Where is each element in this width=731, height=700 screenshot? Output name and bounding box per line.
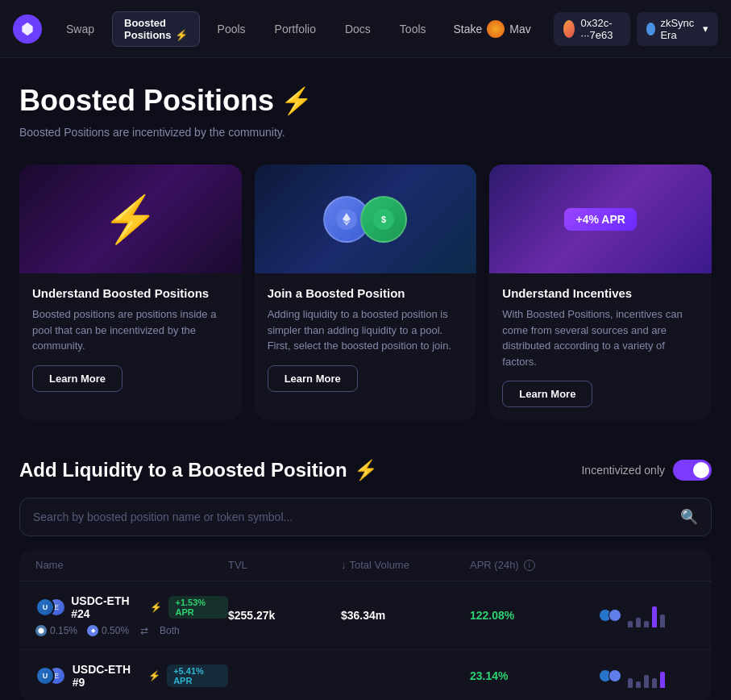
card-visual-bolt: ⚡ (19, 165, 242, 273)
table-header: Name TVL ↓ Total Volume APR (24h) i (19, 549, 712, 581)
wallet-button[interactable]: 0x32c-···7e63 (554, 12, 630, 46)
card-description: Boosted positions are positions inside a… (32, 306, 229, 354)
network-chevron-icon: ▾ (703, 23, 708, 35)
add-liquidity-header: Add Liquidity to a Boosted Position ⚡ In… (19, 459, 712, 481)
incentive-apr-tag: +5.41% APR (167, 665, 228, 687)
stake-mav-button[interactable]: Stake Mav (444, 15, 541, 43)
incentivized-toggle-switch[interactable] (673, 460, 712, 481)
token-pair-icons: U E (35, 598, 64, 617)
sort-icon: ↓ (341, 559, 347, 571)
card-visual-apr: +4% APR (489, 165, 712, 273)
card-incentives: +4% APR Understand Incentives With Boost… (489, 165, 712, 420)
tvl-value: $255.27k (228, 609, 341, 622)
wallet-avatar (563, 20, 575, 38)
usd-icon: $ (360, 196, 407, 243)
col-volume[interactable]: ↓ Total Volume (341, 559, 470, 571)
info-cards-row: ⚡ Understand Boosted Positions Boosted p… (19, 165, 712, 420)
title-bolt-icon: ⚡ (280, 85, 313, 116)
wallet-address: 0x32c-···7e63 (581, 17, 621, 41)
mav-token-icon (487, 20, 505, 38)
fee-tier-1: 0.15% (50, 625, 77, 636)
search-input[interactable] (33, 510, 672, 523)
nav-item-pools[interactable]: Pools (206, 18, 257, 40)
apr-badge: +4% APR (564, 208, 636, 231)
learn-more-button-understand[interactable]: Learn More (32, 365, 123, 392)
table-row[interactable]: U E USDC-ETH #24 ⚡ +1.53% APR ⬤ 0.15% ◆ … (19, 581, 712, 650)
incentive-apr-tag: +1.53% APR (168, 596, 228, 619)
apr-chart (599, 603, 696, 627)
nav-item-swap[interactable]: Swap (55, 18, 106, 40)
nav-item-portfolio[interactable]: Portfolio (264, 18, 327, 40)
pair-bolt-icon: ⚡ (150, 602, 162, 613)
card-understand: ⚡ Understand Boosted Positions Boosted p… (19, 165, 242, 420)
nav-item-tools[interactable]: Tools (388, 18, 438, 40)
card-title: Understand Boosted Positions (32, 286, 229, 300)
card-title: Understand Incentives (502, 286, 699, 300)
network-selector[interactable]: zkSync Era ▾ (637, 12, 718, 46)
positions-table: Name TVL ↓ Total Volume APR (24h) i U E (19, 549, 712, 700)
volume-value: $36.34m (341, 609, 470, 622)
mini-bar-chart (628, 664, 676, 688)
col-apr: APR (24h) i (470, 559, 599, 571)
pair-bolt-icon: ⚡ (148, 670, 160, 681)
mini-eth-icon (608, 609, 621, 622)
table-row[interactable]: U E USDC-ETH #9 ⚡ +5.41% APR 23.14% (19, 650, 712, 700)
navbar: Swap Boosted Positions ⚡ Pools Portfolio… (0, 0, 731, 58)
pair-name: USDC-ETH #9 (73, 663, 142, 689)
page-title: Boosted Positions ⚡ (19, 84, 712, 118)
card-visual-coins: $ (255, 165, 477, 273)
card-description: Adding liquidity to a boosted position i… (268, 306, 464, 354)
card-description: With Boosted Positions, incentives can c… (502, 306, 699, 369)
page-subtitle: Boosted Positions are incentivized by th… (19, 126, 712, 139)
learn-more-button-join[interactable]: Learn More (268, 365, 358, 392)
search-bar: 🔍 (19, 498, 712, 536)
col-name: Name (35, 559, 228, 571)
card-title: Join a Boosted Position (268, 286, 464, 300)
learn-more-button-incentives[interactable]: Learn More (502, 381, 592, 407)
mode-label: Both (160, 625, 180, 636)
pair-name: USDC-ETH #24 (71, 594, 143, 620)
card-join: $ Join a Boosted Position Adding liquidi… (255, 165, 477, 420)
arrow-icon: ⇄ (139, 625, 150, 636)
nav-item-boosted[interactable]: Boosted Positions ⚡ (112, 11, 200, 47)
apr-info-icon[interactable]: i (524, 560, 535, 571)
col-tvl: TVL (228, 559, 341, 571)
bolt-icon: ⚡ (102, 193, 159, 246)
svg-text:$: $ (381, 215, 386, 224)
mini-eth-icon (608, 669, 621, 682)
mini-bar-chart (628, 603, 676, 627)
app-logo[interactable] (13, 15, 42, 44)
incentivized-label: Incentivized only (581, 464, 665, 477)
token-pair-icons: U E (35, 666, 66, 685)
section-bolt-icon: ⚡ (354, 459, 378, 481)
nav-item-docs[interactable]: Docs (334, 18, 382, 40)
main-content: Boosted Positions ⚡ Boosted Positions ar… (0, 58, 731, 700)
network-icon (646, 23, 655, 35)
coin-icon: ⬤ (35, 625, 47, 636)
section-title: Add Liquidity to a Boosted Position ⚡ (19, 459, 378, 481)
apr-chart (599, 664, 696, 688)
apr-value: 23.14% (470, 669, 599, 682)
usdc-icon: U (35, 666, 55, 685)
network-label: zkSync Era (660, 17, 698, 41)
fee-tier-2: 0.50% (102, 625, 129, 636)
incentivized-toggle-row: Incentivized only (581, 460, 712, 481)
search-icon: 🔍 (680, 508, 698, 526)
usdc-icon: U (35, 598, 55, 617)
apr-value: 122.08% (470, 609, 599, 622)
toggle-knob (693, 462, 709, 478)
eth-small-icon: ◆ (87, 625, 98, 636)
